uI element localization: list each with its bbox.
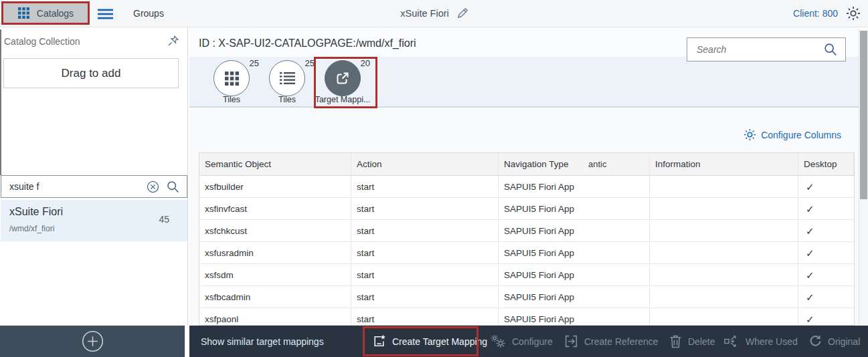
catalog-item-subtitle: /wmd/xf_fiori: [9, 224, 54, 233]
tab-tiles-list[interactable]: 25 Tiles: [259, 57, 315, 106]
table-header-row: Semantic Object Action Navigation Type I…: [199, 153, 854, 176]
table-row[interactable]: xsfbuilder start SAPUI5 Fiori App ✓: [199, 176, 854, 198]
where-used-button[interactable]: Where Used: [724, 326, 798, 357]
table-row[interactable]: xsfsdm start SAPUI5 Fiori App ✓: [199, 264, 854, 286]
sidebar-search: [1, 175, 187, 198]
cell-information: [650, 220, 798, 241]
cell-action: start: [351, 264, 499, 285]
catalog-list-item[interactable]: xSuite Fiori /wmd/xf_fiori 45: [1, 200, 187, 241]
header-render-artifact: antic: [588, 153, 606, 176]
show-similar-label: Show similar target mappings: [201, 336, 324, 347]
pin-icon[interactable]: [167, 35, 179, 47]
cell-semantic-object: xsfchkcust: [199, 220, 351, 241]
table-row[interactable]: xsfbcadmin start SAPUI5 Fiori App ✓: [199, 286, 854, 308]
create-target-mapping-button[interactable]: Create Target Mapping: [372, 326, 487, 357]
cell-navigation-type: SAPUI5 Fiori App: [499, 308, 650, 326]
search-icon[interactable]: [824, 43, 837, 56]
cell-semantic-object: xsfinvfcast: [199, 198, 351, 219]
tab-target-mappings[interactable]: 20 Target Mappi...: [315, 57, 371, 106]
edit-pencil-icon[interactable]: [457, 8, 468, 19]
show-similar-button[interactable]: Show similar target mappings: [201, 326, 324, 357]
catalog-title-text: xSuite Fiori: [400, 8, 449, 19]
cell-information: [650, 198, 798, 219]
clear-icon[interactable]: [147, 181, 159, 193]
target-mapping-icon: [325, 60, 361, 96]
client-label: Client: 800: [793, 8, 838, 19]
tab-groups[interactable]: Groups: [133, 8, 164, 19]
configure-label: Configure: [512, 336, 553, 347]
dropzone-label: Drag to add: [62, 67, 121, 80]
catalog-collection-title: Catalog Collection: [4, 36, 80, 47]
desktop-checkmark: ✓: [798, 308, 854, 326]
create-target-mapping-label: Create Target Mapping: [392, 336, 487, 347]
table-row[interactable]: xsfchkcust start SAPUI5 Fiori App ✓: [199, 220, 854, 242]
cell-action: start: [351, 308, 499, 326]
gears-icon: [491, 334, 506, 348]
cell-navigation-type: SAPUI5 Fiori App: [499, 264, 650, 285]
cell-information: [650, 242, 798, 263]
page-id-title: ID : X-SAP-UI2-CATALOGPAGE:/wmd/xf_fiori: [199, 37, 416, 49]
main-search-input[interactable]: [687, 44, 824, 55]
cell-semantic-object: xsfsdm: [199, 264, 351, 285]
cell-action: start: [351, 176, 499, 197]
scrollbar-thumb[interactable]: [860, 31, 867, 199]
desktop-checkmark: ✓: [798, 286, 854, 308]
settings-gear-icon[interactable]: [846, 6, 861, 21]
menu-icon[interactable]: [98, 9, 113, 19]
tiles-list-icon: [269, 60, 305, 96]
tab-count: 25: [250, 58, 259, 68]
tab-count: 25: [305, 58, 315, 68]
desktop-checkmark: ✓: [798, 198, 854, 219]
col-information[interactable]: Information: [650, 153, 798, 175]
main-search: [687, 37, 846, 62]
configure-button[interactable]: Configure: [491, 326, 553, 357]
desktop-checkmark: ✓: [798, 242, 854, 263]
cell-information: [650, 176, 798, 197]
cell-navigation-type: SAPUI5 Fiori App: [499, 286, 650, 308]
tab-label: Tiles: [259, 95, 315, 104]
cell-semantic-object: xsfusradmin: [199, 242, 351, 263]
cell-information: [650, 264, 798, 285]
target-mappings-table: Semantic Object Action Navigation Type I…: [199, 152, 855, 326]
original-label: Original: [828, 336, 860, 347]
create-reference-button[interactable]: Create Reference: [564, 326, 659, 357]
tab-catalogs-label: Catalogs: [37, 8, 74, 19]
original-button[interactable]: Original: [809, 326, 860, 357]
delete-label: Delete: [688, 336, 715, 347]
add-catalog-button[interactable]: [82, 330, 104, 352]
where-used-label: Where Used: [746, 336, 798, 347]
col-navigation-type[interactable]: Navigation Type: [499, 153, 650, 175]
tab-count: 20: [361, 58, 370, 68]
table-row[interactable]: xsfusradmin start SAPUI5 Fiori App ✓: [199, 242, 854, 264]
tiles-grid-icon: [213, 60, 250, 96]
delete-button[interactable]: Delete: [669, 326, 715, 357]
desktop-checkmark: ✓: [798, 176, 854, 197]
table-row[interactable]: xsfinvfcast start SAPUI5 Fiori App ✓: [199, 198, 854, 220]
tab-tiles-grid[interactable]: 25 Tiles: [203, 57, 260, 106]
cell-action: start: [351, 198, 499, 219]
drag-to-add-dropzone[interactable]: Drag to add: [3, 58, 179, 88]
tab-label: Tiles: [203, 95, 260, 104]
table-row[interactable]: xsfpaonl start SAPUI5 Fiori App ✓: [199, 308, 854, 326]
cell-navigation-type: SAPUI5 Fiori App: [499, 220, 650, 241]
vertical-scrollbar: [859, 29, 868, 326]
icon-tab-bar: 25 Tiles 25 Tiles 20 Target Mappi...: [189, 57, 859, 108]
sidebar-search-input[interactable]: [1, 181, 147, 192]
trash-icon: [669, 334, 682, 348]
cell-semantic-object: xsfbcadmin: [199, 286, 351, 308]
configure-columns-label: Configure Columns: [761, 130, 841, 140]
col-desktop[interactable]: Desktop: [798, 153, 854, 175]
create-reference-label: Create Reference: [584, 336, 659, 347]
cell-action: start: [351, 286, 499, 308]
cell-semantic-object: xsfbuilder: [199, 176, 351, 197]
configure-columns-button[interactable]: Configure Columns: [744, 128, 841, 141]
tab-catalogs[interactable]: Catalogs: [2, 1, 90, 25]
where-used-icon: [724, 334, 740, 348]
search-icon[interactable]: [167, 181, 179, 193]
sidebar-scrollbar[interactable]: [0, 29, 1, 175]
shell-bar: Catalogs Groups xSuite Fiori Client: 800: [0, 0, 868, 27]
sidebar-footer: [0, 326, 185, 357]
col-semantic-object[interactable]: Semantic Object: [199, 153, 351, 175]
col-action[interactable]: Action: [351, 153, 499, 175]
catalog-title: xSuite Fiori: [0, 8, 868, 19]
